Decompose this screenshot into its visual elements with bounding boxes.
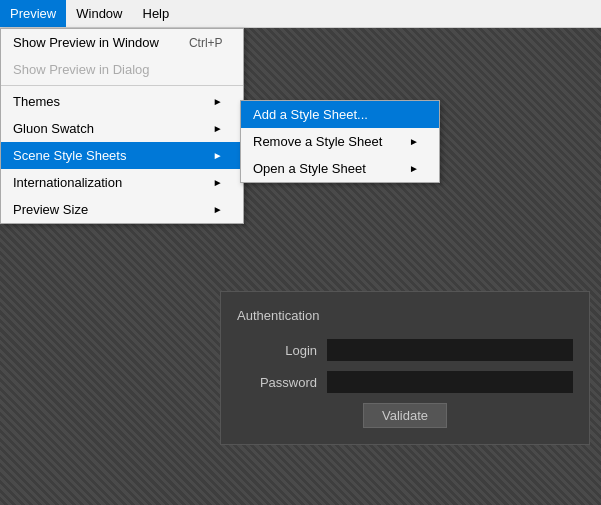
add-style-sheet-item[interactable]: Add a Style Sheet... bbox=[241, 101, 439, 128]
remove-style-sheet-arrow-icon: ► bbox=[409, 136, 419, 147]
password-label: Password bbox=[237, 375, 317, 390]
login-row: Login bbox=[237, 339, 573, 361]
open-style-sheet-item[interactable]: Open a Style Sheet ► bbox=[241, 155, 439, 182]
menubar: Preview Window Help bbox=[0, 0, 601, 28]
show-preview-dialog-item[interactable]: Show Preview in Dialog bbox=[1, 56, 243, 83]
internationalization-arrow-icon: ► bbox=[213, 177, 223, 188]
auth-title: Authentication bbox=[237, 308, 573, 323]
preview-dropdown: Show Preview in Window Ctrl+P Show Previ… bbox=[0, 28, 244, 224]
login-input[interactable] bbox=[327, 339, 573, 361]
validate-button[interactable]: Validate bbox=[363, 403, 447, 428]
separator-1 bbox=[1, 85, 243, 86]
preview-size-arrow-icon: ► bbox=[213, 204, 223, 215]
show-preview-window-item[interactable]: Show Preview in Window Ctrl+P bbox=[1, 29, 243, 56]
password-input[interactable] bbox=[327, 371, 573, 393]
menubar-help[interactable]: Help bbox=[133, 0, 180, 27]
internationalization-item[interactable]: Internationalization ► bbox=[1, 169, 243, 196]
menubar-preview[interactable]: Preview bbox=[0, 0, 66, 27]
gluon-arrow-icon: ► bbox=[213, 123, 223, 134]
preview-size-item[interactable]: Preview Size ► bbox=[1, 196, 243, 223]
password-row: Password bbox=[237, 371, 573, 393]
open-style-sheet-arrow-icon: ► bbox=[409, 163, 419, 174]
themes-arrow-icon: ► bbox=[213, 96, 223, 107]
login-label: Login bbox=[237, 343, 317, 358]
remove-style-sheet-item[interactable]: Remove a Style Sheet ► bbox=[241, 128, 439, 155]
auth-dialog: Authentication Login Password Validate bbox=[220, 291, 590, 445]
scene-style-sheets-submenu: Add a Style Sheet... Remove a Style Shee… bbox=[240, 100, 440, 183]
menubar-window[interactable]: Window bbox=[66, 0, 132, 27]
scene-style-sheets-item[interactable]: Scene Style Sheets ► bbox=[1, 142, 243, 169]
validate-row: Validate bbox=[237, 403, 573, 428]
themes-item[interactable]: Themes ► bbox=[1, 88, 243, 115]
gluon-swatch-item[interactable]: Gluon Swatch ► bbox=[1, 115, 243, 142]
scene-style-sheets-arrow-icon: ► bbox=[213, 150, 223, 161]
